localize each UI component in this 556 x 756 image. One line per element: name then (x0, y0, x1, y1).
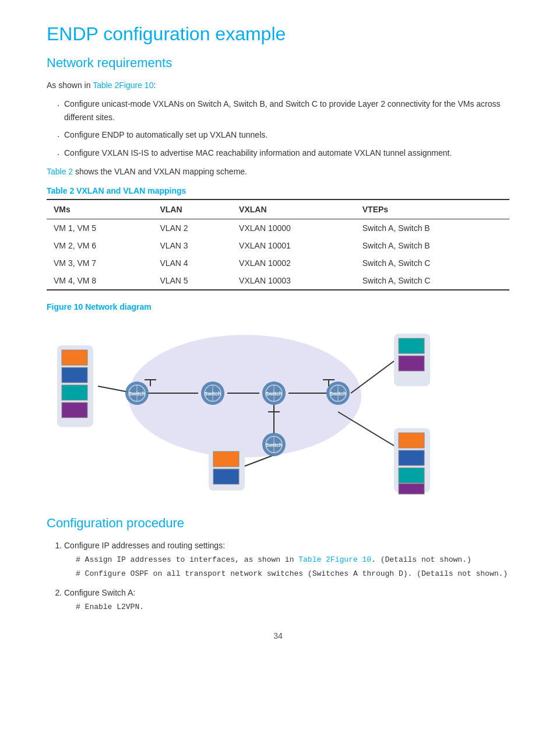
svg-line-20 (351, 361, 394, 393)
svg-rect-15 (213, 452, 239, 467)
step1-text: Configure IP addresses and routing setti… (64, 541, 225, 550)
svg-line-23 (338, 412, 394, 446)
section-heading-network: Network requirements (47, 55, 509, 71)
step2-text: Configure Switch A: (64, 588, 135, 597)
requirements-list: Configure unicast-mode VXLANs on Switch … (58, 97, 509, 159)
bullet-item-2: Configure ENDP to automatically set up V… (64, 128, 509, 141)
step1-code-1: # Assign IP addresses to interfaces, as … (76, 553, 509, 566)
table-intro-paragraph: Table 2 shows the VLAN and VXLAN mapping… (47, 165, 509, 178)
svg-line-24 (98, 386, 128, 392)
svg-point-0 (128, 335, 361, 457)
config-step-1: Configure IP addresses and routing setti… (64, 539, 509, 580)
table-row: VM 4, VM 8VLAN 5VXLAN 10003Switch A, Swi… (47, 272, 509, 290)
col-header-vteps: VTEPs (356, 200, 509, 219)
intro-paragraph: As shown in Table 2Figure 10: (47, 79, 509, 92)
bullet-item-3: Configure VXLAN IS-IS to advertise MAC r… (64, 146, 509, 159)
section-heading-config: Configuration procedure (47, 516, 509, 531)
table-caption: Table 2 VXLAN and VLAN mappings (47, 186, 509, 195)
step1-ref-link[interactable]: Table 2Figure 10 (298, 555, 371, 564)
step1-code-2: # Configure OSPF on all transport networ… (76, 567, 509, 580)
vxlan-vlan-table: VMs VLAN VXLAN VTEPs VM 1, VM 5VLAN 2VXL… (47, 199, 509, 290)
svg-rect-8 (399, 356, 424, 371)
svg-rect-3 (62, 368, 87, 383)
table-row: VM 3, VM 7VLAN 4VXLAN 10002Switch A, Swi… (47, 254, 509, 272)
svg-rect-7 (399, 338, 424, 354)
intro-text: As shown in (47, 80, 93, 90)
figure-caption: Figure 10 Network diagram (47, 302, 509, 312)
svg-rect-4 (62, 385, 87, 400)
config-steps-list: Configure IP addresses and routing setti… (58, 539, 509, 614)
svg-rect-16 (213, 469, 239, 484)
svg-rect-12 (399, 468, 424, 483)
table-row: VM 1, VM 5VLAN 2VXLAN 10000Switch A, Swi… (47, 219, 509, 237)
page-number: 34 (47, 631, 509, 640)
network-diagram: Switch Switch Switch Switch Switch (47, 317, 443, 498)
page-title: ENDP configuration example (47, 23, 509, 45)
diagram-svg: Switch Switch Switch Switch Switch (47, 317, 443, 498)
table2-link[interactable]: Table 2 (47, 167, 73, 176)
col-header-vlan: VLAN (153, 200, 232, 219)
bullet-item-1: Configure unicast-mode VXLANs on Switch … (64, 97, 509, 124)
table-header-row: VMs VLAN VXLAN VTEPs (47, 200, 509, 219)
svg-rect-13 (399, 484, 424, 494)
col-header-vxlan: VXLAN (232, 200, 356, 219)
table-figure-link[interactable]: Table 2Figure 10 (93, 80, 153, 90)
svg-rect-5 (62, 402, 87, 418)
svg-rect-2 (62, 350, 87, 365)
table-row: VM 2, VM 6VLAN 3VXLAN 10001Switch A, Swi… (47, 237, 509, 254)
svg-rect-11 (399, 450, 424, 466)
svg-rect-10 (399, 433, 424, 448)
step2-code-1: # Enable L2VPN. (76, 600, 509, 614)
col-header-vms: VMs (47, 200, 153, 219)
config-step-2: Configure Switch A: # Enable L2VPN. (64, 586, 509, 614)
